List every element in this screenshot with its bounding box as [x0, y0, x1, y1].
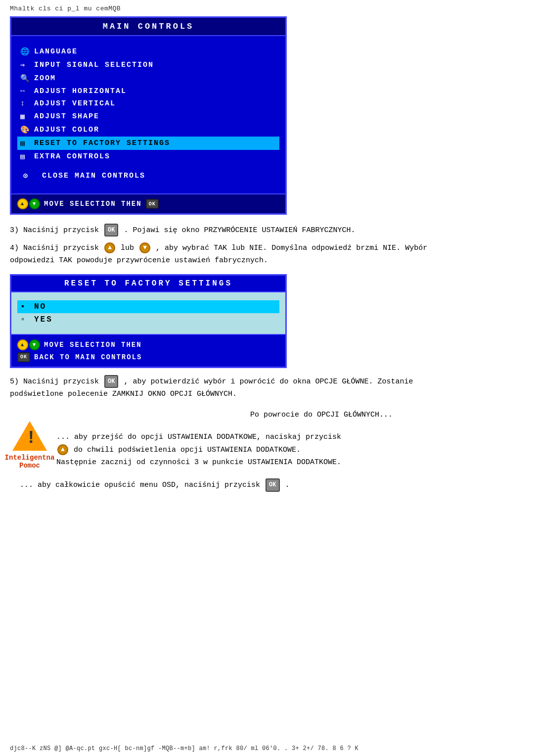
- smart-help-text: ... aby przejść do opcji USTAWIENIA DODA…: [56, 430, 341, 469]
- instruction-4-up-btn: ▲: [104, 242, 115, 253]
- menu-item-adjust-shape[interactable]: ▦ ADJUST SHAPE: [17, 110, 279, 123]
- after-return-block3: Następnie zacznij od czynności 3 w punkc…: [56, 458, 341, 467]
- circle-up-icon: ▲: [17, 198, 28, 209]
- reset-label: RESET TO FACTORY SETTINGS: [34, 139, 170, 147]
- instruction-5-text1: 5) Naciśnij przycisk: [10, 378, 99, 386]
- reset-title: RESET TO FACTORY SETTINGS: [11, 276, 285, 292]
- after-return-osd: ... aby całkowicie opuścić menu OSD, nac…: [20, 478, 524, 492]
- circle-dn-icon: ▼: [29, 198, 40, 209]
- after-return-ok-badge: OK: [266, 478, 279, 491]
- top-bar: Mhaltk cls ci p_l mu cemMQB: [10, 5, 524, 12]
- adjust-horizontal-label: ADJUST HORIZONTAL: [34, 87, 127, 95]
- shape-icon: ▦: [20, 112, 34, 121]
- after-return-block1: ... aby przejść do opcji USTAWIENIA DODA…: [56, 433, 341, 441]
- menu-item-language[interactable]: 🌐 LANGUAGE: [17, 45, 279, 58]
- bottom-bar: djc8--K zNS @] @A-qc.pt gxc-H[ bc-nm]gf …: [10, 745, 524, 752]
- smart-help-icon-area: Inteligentna Pomoc: [10, 430, 49, 470]
- close-label: CLOSE MAIN CONTROLS: [42, 172, 145, 180]
- instruction-4-text4: odpowiedzi TAK powoduje przywrócenie ust…: [10, 256, 268, 265]
- menu-item-adjust-color[interactable]: 🎨 ADJUST COLOR: [17, 123, 279, 137]
- adjust-shape-label: ADJUST SHAPE: [34, 112, 99, 121]
- instruction-3-ok-btn: OK: [104, 224, 118, 236]
- input-signal-label: INPUT SIGNAL SELECTION: [34, 61, 154, 69]
- after-return-period: .: [285, 481, 290, 490]
- after-return-up-btn: ▲: [57, 444, 68, 455]
- footer-move-text: MOVE SELECTION THEN: [44, 200, 142, 208]
- footer-ok-badge: OK: [146, 199, 159, 209]
- reset-footer-back-text: BACK TO MAIN CONTROLS: [34, 353, 142, 361]
- footer-nav-icons: ▲ ▼: [17, 198, 40, 209]
- zoom-icon: 🔍: [20, 74, 34, 83]
- instruction-4-dn-btn: ▼: [139, 242, 150, 253]
- extra-controls-icon: ▤: [20, 152, 34, 161]
- yes-icon: ▫: [20, 315, 34, 324]
- instruction-3-text2: . Pojawi się okno PRZYWRÓCENIE USTAWIEŃ …: [124, 226, 355, 235]
- instruction-5-text2: , aby potwierdzić wybór i powrócić do ok…: [124, 378, 413, 386]
- no-icon: ▪: [20, 302, 34, 311]
- color-icon: 🎨: [20, 125, 34, 135]
- reset-menu-box: RESET TO FACTORY SETTINGS ▪ NO ▫ YES ▲ ▼…: [10, 274, 287, 368]
- smart-help-section: Inteligentna Pomoc ... aby przejść do op…: [10, 430, 524, 470]
- reset-footer: ▲ ▼ MOVE SELECTION THEN OK BACK TO MAIN …: [11, 334, 285, 367]
- bottom-bar-text: djc8--K zNS @] @A-qc.pt gxc-H[ bc-nm]gf …: [10, 745, 358, 752]
- extra-controls-label: EXTRA CONTROLS: [34, 152, 110, 161]
- instruction-4-text2: lub: [121, 244, 134, 252]
- language-label: LANGUAGE: [34, 47, 78, 56]
- close-row[interactable]: ⊙ CLOSE MAIN CONTROLS: [17, 167, 279, 185]
- instruction-3-text1: 3) Naciśnij przycisk: [10, 226, 99, 235]
- warning-triangle-icon: [12, 421, 47, 451]
- reset-footer-move-text: MOVE SELECTION THEN: [44, 341, 142, 349]
- menu-item-adjust-vertical[interactable]: ↕ ADJUST VERTICAL: [17, 97, 279, 110]
- reset-footer-line1: ▲ ▼ MOVE SELECTION THEN: [17, 338, 279, 351]
- smart-help-label: Inteligentna Pomoc: [5, 454, 55, 470]
- instruction-4-text3: , aby wybrać TAK lub NIE. Domyślna odpow…: [156, 244, 427, 252]
- reset-circle-up-icon: ▲: [17, 339, 28, 350]
- main-menu-items: 🌐 LANGUAGE ⇒ INPUT SIGNAL SELECTION 🔍 ZO…: [11, 36, 285, 193]
- main-menu-box: MAIN CONTROLS 🌐 LANGUAGE ⇒ INPUT SIGNAL …: [10, 16, 287, 215]
- after-return-title-text: Po powrocie do OPCJI GŁÓWNYCH...: [250, 411, 393, 419]
- instruction-4-text1: 4) Naciśnij przycisk: [10, 244, 99, 252]
- reset-footer-line2: OK BACK TO MAIN CONTROLS: [17, 351, 279, 363]
- reset-items: ▪ NO ▫ YES: [11, 292, 285, 334]
- reset-item-yes[interactable]: ▫ YES: [17, 313, 279, 326]
- menu-item-zoom[interactable]: 🔍 ZOOM: [17, 72, 279, 85]
- close-icon: ⊙: [23, 171, 37, 181]
- menu-item-reset[interactable]: ▤ RESET TO FACTORY SETTINGS: [17, 137, 279, 150]
- after-return-block2: do chwili podświetlenia opcji USTAWIENIA…: [74, 446, 301, 454]
- after-return-block4: ... aby całkowicie opuścić menu OSD, nac…: [20, 481, 260, 490]
- instruction-3: 3) Naciśnij przycisk OK . Pojawi się okn…: [10, 224, 524, 237]
- language-icon: 🌐: [20, 47, 34, 56]
- input-signal-icon: ⇒: [20, 60, 34, 70]
- instruction-4: 4) Naciśnij przycisk ▲ lub ▼ , aby wybra…: [10, 242, 524, 267]
- instruction-5-ok-btn: OK: [104, 375, 118, 388]
- vertical-icon: ↕: [20, 99, 34, 108]
- menu-item-extra-controls[interactable]: ▤ EXTRA CONTROLS: [17, 150, 279, 163]
- zoom-label: ZOOM: [34, 74, 56, 83]
- horizontal-icon: ↔: [20, 87, 34, 95]
- reset-footer-ok-badge: OK: [17, 352, 30, 362]
- reset-circle-dn-icon: ▼: [29, 339, 40, 350]
- reset-item-no[interactable]: ▪ NO: [17, 300, 279, 313]
- after-return-title: Po powrocie do OPCJI GŁÓWNYCH...: [119, 409, 524, 422]
- main-menu-title: MAIN CONTROLS: [11, 18, 285, 36]
- menu-item-adjust-horizontal[interactable]: ↔ ADJUST HORIZONTAL: [17, 85, 279, 97]
- instruction-5-text3: podświetlone polecenie ZAMKNIJ OKNO OPCJ…: [10, 390, 237, 398]
- reset-icon: ▤: [20, 139, 34, 148]
- adjust-vertical-label: ADJUST VERTICAL: [34, 99, 116, 108]
- top-bar-text: Mhaltk cls ci p_l mu cemMQB: [10, 5, 121, 12]
- yes-label: YES: [34, 315, 53, 324]
- instruction-5: 5) Naciśnij przycisk OK , aby potwierdzi…: [10, 375, 524, 401]
- no-label: NO: [34, 302, 46, 311]
- reset-footer-icons: ▲ ▼: [17, 339, 40, 350]
- menu-item-input-signal[interactable]: ⇒ INPUT SIGNAL SELECTION: [17, 58, 279, 72]
- adjust-color-label: ADJUST COLOR: [34, 126, 99, 134]
- main-menu-footer: ▲ ▼ MOVE SELECTION THEN OK: [11, 193, 285, 213]
